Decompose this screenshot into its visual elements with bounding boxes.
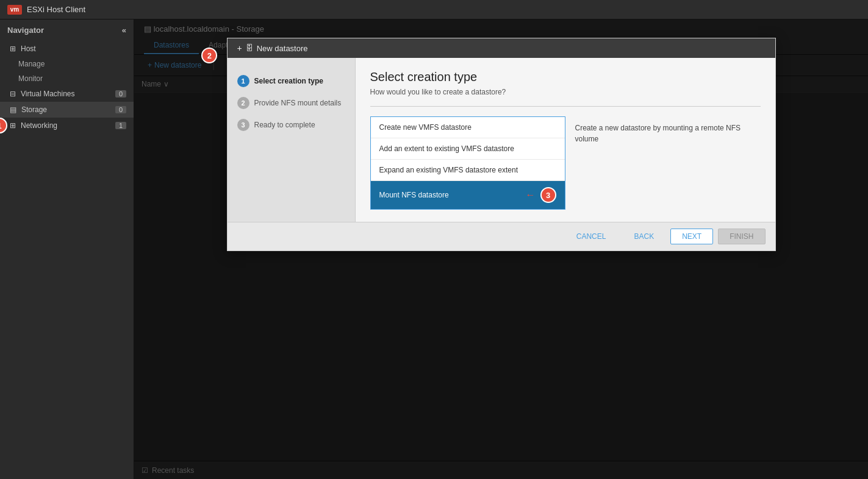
step-2-num: 2 [237, 97, 249, 109]
vm-label: Virtual Machines [21, 90, 75, 98]
storage-label: Storage [21, 105, 47, 114]
collapse-icon[interactable]: « [122, 26, 126, 35]
options-list: Create new VMFS datastore Add an extent … [370, 116, 565, 210]
wizard-step-2[interactable]: 2 Provide NFS mount details [228, 92, 355, 114]
vm-logo: vm [7, 5, 22, 15]
back-button[interactable]: BACK [622, 229, 665, 244]
storage-icon: ▤ [10, 105, 16, 114]
option-create-vmfs[interactable]: Create new VMFS datastore [371, 117, 565, 138]
step-3-num: 3 [237, 119, 249, 131]
annotation-1: 1 [0, 118, 7, 133]
dialog-titlebar-icon2: 🗄 [246, 44, 253, 52]
dialog-footer: CANCEL BACK NEXT FINISH [228, 222, 775, 250]
finish-button[interactable]: FINISH [718, 229, 765, 244]
networking-label: Networking [21, 121, 57, 130]
dialog-overlay: + 🗄 New datastore 1 Select creation type… [134, 20, 868, 479]
sidebar-host-label: Host [21, 44, 36, 53]
sidebar-item-networking[interactable]: ⊞ Networking 1 1 [0, 118, 134, 133]
dialog-title-icon: + [237, 43, 242, 53]
host-icon: ⊞ [10, 44, 16, 53]
next-button[interactable]: NEXT [670, 229, 713, 244]
networking-icon: ⊞ [10, 121, 16, 130]
step-2-label: Provide NFS mount details [254, 99, 342, 107]
sidebar-item-host[interactable]: ⊞ Host [0, 41, 134, 57]
app-title: ESXi Host Client [27, 5, 85, 14]
creation-options-area: Create new VMFS datastore Add an extent … [370, 116, 761, 210]
storage-badge: 0 [115, 106, 126, 113]
main-layout: Navigator « ⊞ Host Manage Monitor ⊟ Virt… [0, 20, 868, 479]
dialog-titlebar: + 🗄 New datastore [228, 38, 775, 58]
step-1-label: Select creation type [254, 77, 323, 85]
option-add-extent[interactable]: Add an extent to existing VMFS datastore [371, 138, 565, 160]
option-description: Create a new datastore by mounting a rem… [565, 116, 761, 210]
new-datastore-dialog: + 🗄 New datastore 1 Select creation type… [227, 38, 776, 251]
wizard-content: Select creation type How would you like … [356, 58, 775, 222]
wizard-section-subtitle: How would you like to create a datastore… [370, 88, 761, 96]
wizard-step-3[interactable]: 3 Ready to complete [228, 114, 355, 136]
wizard-divider [370, 106, 761, 107]
titlebar: vm ESXi Host Client [0, 0, 868, 20]
wizard-step-1[interactable]: 1 Select creation type [228, 70, 355, 92]
option-mount-nfs[interactable]: Mount NFS datastore ← 3 [371, 181, 565, 209]
monitor-label: Monitor [18, 74, 43, 83]
arrow-icon: ← [526, 190, 536, 200]
annotation-3: 3 [540, 187, 556, 203]
mount-nfs-label: Mount NFS datastore [379, 191, 449, 199]
wizard-section-title: Select creation type [370, 70, 761, 84]
content-area: ▤ localhost.localdomain - Storage Datast… [134, 20, 868, 479]
manage-label: Manage [18, 60, 45, 68]
sidebar-item-virtual-machines[interactable]: ⊟ Virtual Machines 0 [0, 86, 134, 102]
sidebar-header: Navigator « [0, 20, 134, 41]
vm-icon: ⊟ [10, 90, 16, 98]
sidebar-item-manage[interactable]: Manage [0, 57, 134, 71]
option-expand-extent[interactable]: Expand an existing VMFS datastore extent [371, 160, 565, 181]
sidebar-item-monitor[interactable]: Monitor [0, 71, 134, 86]
cancel-button[interactable]: CANCEL [565, 229, 618, 244]
navigator-label: Navigator [7, 26, 44, 35]
dialog-body: 1 Select creation type 2 Provide NFS mou… [228, 58, 775, 222]
step-3-label: Ready to complete [254, 121, 315, 129]
dialog-title-text: New datastore [257, 44, 308, 53]
wizard-sidebar: 1 Select creation type 2 Provide NFS mou… [228, 58, 356, 222]
networking-badge: 1 [115, 122, 126, 129]
sidebar: Navigator « ⊞ Host Manage Monitor ⊟ Virt… [0, 20, 134, 479]
step-1-num: 1 [237, 75, 249, 87]
sidebar-item-storage[interactable]: ▤ Storage 0 [0, 102, 134, 118]
vm-badge: 0 [115, 90, 126, 98]
